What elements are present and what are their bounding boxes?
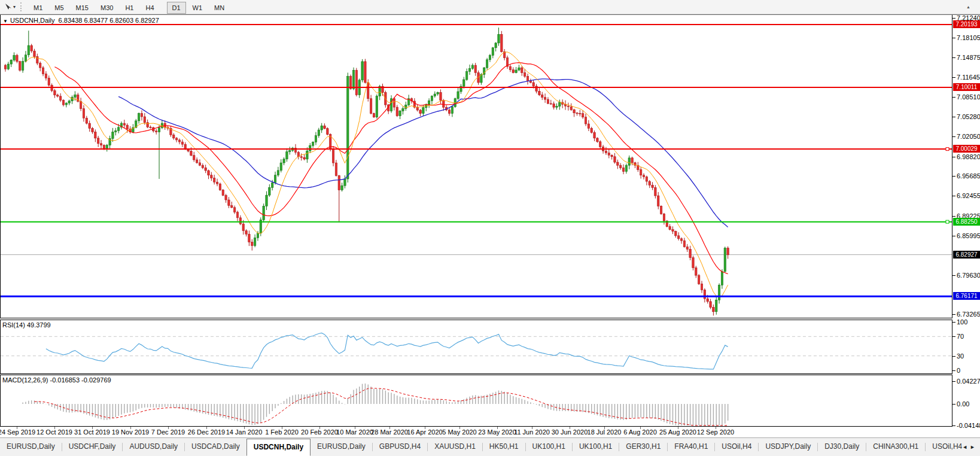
price-badge-7.00029: 7.00029: [953, 145, 980, 153]
timeframe-button-m15[interactable]: M15: [71, 2, 94, 14]
candlestick-chart[interactable]: [1, 15, 952, 317]
symbol-dropdown-icon[interactable]: ▼: [3, 19, 8, 24]
tab-hk50-h1-8[interactable]: HK50,H1: [483, 438, 525, 456]
rsi-line: [46, 333, 728, 369]
ma-fast-line: [26, 52, 728, 297]
tab-usdcnh-daily-4[interactable]: USDCNH,Daily: [246, 439, 311, 456]
axis-tickmark: [952, 77, 955, 78]
axis-tick-label: 7.18105: [957, 34, 980, 41]
axis-tick-label: 7.02050: [957, 133, 980, 140]
axis-tickmark: [952, 176, 955, 177]
axis-tickmark: [952, 425, 955, 426]
axis-tickmark: [952, 381, 955, 382]
tab-eurusd-daily-5[interactable]: EURUSD,Daily: [311, 438, 372, 456]
date-label: 5 May 2020: [442, 428, 476, 436]
macd-label: MACD(12,26,9) -0.016853 -0.029769: [2, 376, 111, 384]
price-badge-6.82927: 6.82927: [953, 251, 980, 259]
chart-tab-bar: EURUSD,DailyUSDCHF,DailyAUDUSD,DailyUSDC…: [0, 437, 980, 456]
timeframe-button-d1[interactable]: D1: [167, 2, 186, 14]
scroll-up-icon[interactable]: ▲: [966, 5, 970, 9]
price-badge-7.20193: 7.20193: [953, 20, 980, 28]
tab-scroll-arrows[interactable]: ◄►: [962, 444, 978, 450]
tab-scroll-right-icon[interactable]: ►: [970, 444, 978, 450]
date-label: 26 Dec 2019: [188, 428, 225, 436]
axis-tickmark: [952, 322, 955, 323]
timeframe-button-group: M1M5M15M30H1H4D1W1MN: [28, 2, 230, 13]
axis-tick-label: 70: [957, 333, 964, 340]
chart-cursor-tool-icon[interactable]: ▾: [2, 2, 17, 12]
axis-tick-label: 100: [957, 318, 967, 326]
macd-chart[interactable]: [1, 375, 952, 426]
axis-tick-label: 7.05280: [957, 113, 980, 120]
axis-tickmark: [952, 117, 955, 117]
toolbar-grip: [20, 2, 23, 11]
date-label: 12 Oct 2019: [36, 428, 72, 436]
timeframe-button-mn[interactable]: MN: [209, 2, 230, 14]
tab-audusd-daily-2[interactable]: AUDUSD,Daily: [123, 438, 184, 456]
tab-china300-h1-16[interactable]: CHINA300,H1: [866, 438, 925, 456]
tab-uk100-h1-10[interactable]: UK100,H1: [573, 438, 619, 456]
axis-tick-label: 7.11645: [957, 74, 980, 81]
date-label: 19 Nov 2019: [112, 428, 149, 436]
axis-tick-label: 6.92455: [957, 192, 980, 199]
axis-tickmark: [952, 404, 955, 405]
tab-usdjpy-daily-14[interactable]: USDJPY,Daily: [759, 438, 817, 456]
timeframe-button-m30[interactable]: M30: [95, 2, 118, 14]
price-badge-6.88250: 6.88250: [953, 218, 980, 226]
tab-uk100-h1-9[interactable]: UK100,H1: [526, 438, 572, 456]
tab-scroll-left-icon[interactable]: ◄: [962, 444, 970, 450]
chart-area: ▼USDCNH,Daily 6.83438 6.83477 6.82603 6.…: [0, 14, 980, 437]
axis-tickmark: [952, 97, 955, 98]
axis-tickmark: [952, 236, 955, 236]
date-label: 24 Sep 2019: [0, 428, 35, 436]
tab-usdchf-daily-1[interactable]: USDCHF,Daily: [62, 438, 123, 456]
tab-usdcad-daily-3[interactable]: USDCAD,Daily: [185, 438, 246, 456]
tab-dj30-daily-15[interactable]: DJ30,Daily: [818, 438, 866, 456]
rsi-chart[interactable]: [1, 320, 952, 373]
ma-slow-line: [118, 79, 728, 227]
date-label: 16 Apr 2020: [407, 428, 442, 436]
axis-tickmark: [952, 136, 955, 137]
timeframe-button-w1[interactable]: W1: [187, 2, 208, 14]
tab-usoil-h4-13[interactable]: USOil,H4: [715, 438, 758, 456]
axis-tick-label: 7.14875: [957, 54, 980, 61]
date-label: 14 Jan 2020: [226, 428, 263, 436]
ohlc-quotes: 6.83438 6.83477 6.82603 6.82927: [59, 17, 159, 24]
price-badge-6.76171: 6.76171: [953, 292, 980, 300]
axis-tick-label: 30: [957, 352, 964, 360]
axis-tickmark: [952, 216, 955, 217]
date-label: 11 Jun 2020: [514, 428, 550, 436]
macd-histogram: [23, 384, 728, 425]
axis-tickmark: [952, 57, 955, 58]
date-label: 20 Feb 2020: [301, 428, 338, 436]
date-label: 7 Dec 2019: [151, 428, 185, 436]
tab-eurusd-daily-0[interactable]: EURUSD,Daily: [0, 438, 62, 456]
axis-tickmark: [952, 196, 955, 196]
tab-ger30-h1-11[interactable]: GER30,H1: [619, 438, 667, 456]
axis-tick-label: 0.042275: [957, 378, 980, 385]
timeframe-button-m5[interactable]: M5: [49, 2, 69, 14]
price-panel[interactable]: [0, 15, 952, 318]
macd-panel[interactable]: [0, 375, 952, 427]
symbol-label: USDCNH,Daily: [10, 17, 55, 24]
time-axis[interactable]: 24 Sep 201912 Oct 201931 Oct 201919 Nov …: [0, 427, 952, 438]
axis-tick-label: 6.95685: [957, 172, 980, 180]
timeframe-button-h1[interactable]: H1: [120, 2, 139, 14]
timeframe-button-m1[interactable]: M1: [28, 2, 48, 14]
tab-xauusd-h1-7[interactable]: XAUUSD,H1: [428, 438, 482, 456]
date-label: 31 Oct 2019: [74, 428, 110, 436]
candlesticks[interactable]: [4, 28, 729, 315]
axis-tick-label: -0.04148: [957, 422, 980, 429]
rsi-label: RSI(14) 49.3799: [2, 321, 51, 329]
tab-fra40-h1-12[interactable]: FRA40,H1: [668, 438, 714, 456]
date-label: 10 Mar 2020: [336, 428, 373, 436]
price-badge-7.10011: 7.10011: [953, 83, 980, 91]
axis-tick-label: 6.79630: [957, 272, 980, 279]
rsi-panel[interactable]: [0, 320, 952, 374]
timeframe-button-h4[interactable]: H4: [140, 2, 159, 14]
axis-tick-label: 7.08510: [957, 93, 980, 101]
axis-tick-label: 6.73265: [957, 311, 980, 318]
axis-tickmark: [952, 38, 955, 38]
axis-tick-label: 0: [957, 367, 960, 374]
tab-gbpusd-h4-6[interactable]: GBPUSD,H4: [373, 438, 427, 456]
